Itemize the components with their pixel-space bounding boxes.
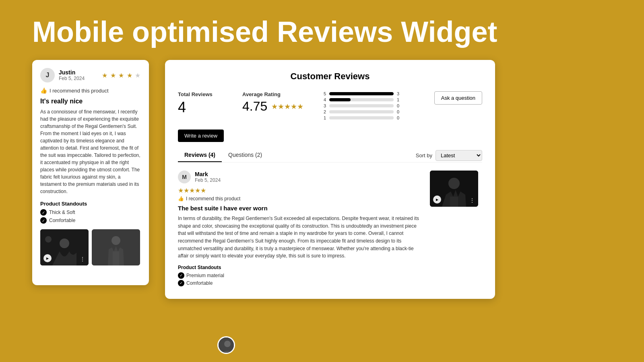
star-5: ★ [135,72,141,79]
bar-count-1: 0 [397,115,402,120]
bar-label-1: 1 [323,115,326,120]
recommend-row: 👍 I recommend this product [40,87,141,94]
desktop-standout-label-1: Premium material [186,273,224,278]
video-placeholder-2 [92,229,140,265]
desktop-standout-1: ✓ Premium material [178,272,422,279]
bar-label-4: 4 [323,97,326,102]
desktop-review-body: In terms of durability, the Regal Gentle… [178,215,422,260]
action-buttons: Write a review [178,130,482,142]
write-review-button[interactable]: Write a review [178,130,224,142]
rating-bars-section: 5 3 4 1 3 [323,91,418,121]
bar-row-3: 3 0 [323,103,418,108]
stats-row: Total Reviews 4 Average Rating 4.75 ★★★★… [178,91,482,121]
desktop-video-thumb[interactable]: ▶ ⋮ [430,171,478,207]
desktop-reviewer-row: M Mark Feb 5, 2024 [178,171,422,183]
rating-stars: ★ ★ ★ ★ ★ [102,72,141,79]
bar-row-4: 4 1 [323,97,418,102]
media-row: ▶ ⋮ [40,229,141,265]
bar-label-3: 3 [323,103,326,108]
avg-rating-value: 4.75 ★★★★★ [242,99,307,114]
star-4: ★ [127,72,133,79]
standout-item-1: ✓ Thick & Soft [40,209,141,216]
bottom-avatar [217,336,235,354]
total-reviews-label: Total Reviews [178,91,226,97]
desktop-check-icon-2: ✓ [178,280,184,286]
desktop-avatar: M [178,171,191,183]
desktop-rating-stars: ★★★★★ [178,187,422,194]
tabs-left: Reviews (4) Questions (2) [178,148,268,162]
svg-point-7 [448,178,460,189]
tab-reviews[interactable]: Reviews (4) [178,148,222,162]
bar-track-1 [329,116,394,119]
widget-title: Customer Reviews [178,71,482,82]
desktop-recommend-text: I recommend this product [186,196,240,202]
mobile-widget: J Justin Feb 5, 2024 ★ ★ ★ ★ ★ 👍 I recom… [32,60,149,285]
avg-rating-section: Average Rating 4.75 ★★★★★ [242,91,307,114]
avg-number-text: 4.75 [242,99,267,114]
desktop-reviewer-name: Mark [195,171,221,177]
video-thumb-1[interactable]: ▶ ⋮ [40,229,89,265]
tab-questions[interactable]: Questions (2) [222,148,268,162]
sort-select[interactable]: Latest Oldest Highest rated Lowest rated [436,150,482,161]
total-reviews-section: Total Reviews 4 [178,91,226,116]
bar-track-3 [329,104,394,107]
bar-count-3: 0 [397,103,402,108]
bar-label-5: 5 [323,91,326,96]
bar-fill-4 [329,98,351,101]
desktop-more-button[interactable]: ⋮ [469,197,475,204]
bar-row-1: 1 0 [323,115,418,120]
bar-track-4 [329,98,394,101]
svg-point-2 [45,236,52,243]
standout-item-2: ✓ Comfortable [40,217,141,224]
reviewer-header: J Justin Feb 5, 2024 ★ ★ ★ ★ ★ [40,68,141,82]
review-title: It's really nice [40,98,141,105]
desktop-reviewer-date: Feb 5, 2024 [195,177,221,183]
video-thumb-2[interactable] [92,229,140,265]
bar-count-2: 0 [397,109,402,114]
desktop-reviewer-info: Mark Feb 5, 2024 [195,171,221,183]
desktop-standout-2: ✓ Comfortable [178,280,422,286]
page-title: Mobile optimised Reviews Widget [0,0,644,60]
tabs-row: Reviews (4) Questions (2) Sort by Latest… [178,148,482,162]
desktop-check-icon-1: ✓ [178,272,184,279]
bar-label-2: 2 [323,109,326,114]
ask-question-wrapper: Ask a question [434,91,482,105]
svg-point-10 [224,341,231,347]
bar-count-4: 1 [397,97,402,102]
avg-rating-label: Average Rating [242,91,307,97]
check-icon-1: ✓ [40,209,47,216]
recommend-text: I recommend this product [50,88,109,94]
ask-question-button[interactable]: Ask a question [434,91,482,105]
review-right: ▶ ⋮ [430,171,482,288]
reviewer-date: Feb 5, 2024 [59,76,85,81]
total-reviews-value: 4 [178,99,226,116]
desktop-widget: Customer Reviews Total Reviews 4 Average… [165,60,495,299]
sort-row: Sort by Latest Oldest Highest rated Lowe… [416,150,482,161]
bar-fill-5 [329,92,394,95]
bar-row-2: 2 0 [323,109,418,114]
desktop-standouts-title: Product Standouts [178,265,422,270]
standouts-title: Product Standouts [40,201,141,207]
sort-label: Sort by [416,152,432,158]
bottom-avatar-img [219,337,235,354]
star-1: ★ [102,72,108,79]
bar-track-5 [329,92,394,95]
avg-rating-stars: ★★★★★ [271,102,303,111]
desktop-thumbs-up-icon: 👍 [178,196,184,202]
desktop-standout-label-2: Comfortable [186,280,213,286]
more-button-1[interactable]: ⋮ [80,256,85,262]
review-left: M Mark Feb 5, 2024 ★★★★★ 👍 I recommend t… [178,171,422,288]
svg-rect-5 [113,251,119,265]
reviewer-details: Justin Feb 5, 2024 [59,69,85,81]
widgets-container: J Justin Feb 5, 2024 ★ ★ ★ ★ ★ 👍 I recom… [0,60,644,299]
svg-point-1 [60,239,69,248]
check-icon-2: ✓ [40,217,47,224]
thumbs-up-icon: 👍 [40,87,47,94]
reviewer-name: Justin [59,69,85,76]
reviewer-info: J Justin Feb 5, 2024 [40,68,85,82]
review-body: As a connoisseur of fine menswear, I rec… [40,108,141,195]
desktop-recommend-badge: 👍 I recommend this product [178,196,422,202]
review-card: M Mark Feb 5, 2024 ★★★★★ 👍 I recommend t… [178,171,482,288]
desktop-review-title: The best suite I have ever worn [178,205,422,212]
standout-label-2: Comfortable [49,218,75,223]
